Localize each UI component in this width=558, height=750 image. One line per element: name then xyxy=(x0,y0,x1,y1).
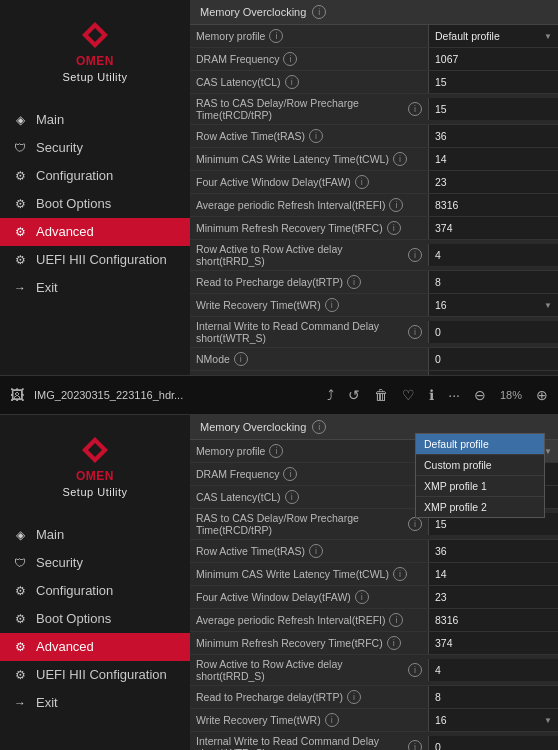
refi-value: 8316 xyxy=(428,194,558,216)
dropdown-opt-default[interactable]: Default profile xyxy=(416,434,544,455)
profile-label-b: Memory profile i xyxy=(190,441,428,461)
rcd-value: 15 xyxy=(428,98,558,120)
section-title-bottom: Memory Overclocking xyxy=(200,421,306,433)
row-rcd: RAS to CAS Delay/Row Precharge Time(tRCD… xyxy=(190,94,558,125)
section-info-icon-b[interactable]: i xyxy=(312,420,326,434)
rfc-value: 374 xyxy=(428,217,558,239)
twr-info[interactable]: i xyxy=(325,298,339,312)
zoom-in-icon[interactable]: ⊕ xyxy=(536,387,548,403)
boot-icon: ⚙ xyxy=(12,196,28,212)
rotate-icon[interactable]: ↺ xyxy=(348,387,360,403)
memory-profile-info-icon[interactable]: i xyxy=(269,29,283,43)
sidebar-item-boot-options[interactable]: ⚙ Boot Options xyxy=(0,190,190,218)
label-security-b: Security xyxy=(36,555,83,570)
profile-info-b[interactable]: i xyxy=(269,444,283,458)
share-icon[interactable]: ⤴ xyxy=(327,387,334,403)
main-content-top: Memory Overclocking i Memory profile i D… xyxy=(190,0,558,375)
dropdown-opt-xmp2[interactable]: XMP profile 2 xyxy=(416,497,544,517)
rrds-info[interactable]: i xyxy=(408,248,422,262)
rtp-value: 8 xyxy=(428,271,558,293)
row-ras: Row Active Time(tRAS) i 36 xyxy=(190,125,558,148)
twr-val-b[interactable]: 16 xyxy=(428,709,558,731)
twr-value[interactable]: 16 xyxy=(428,294,558,316)
ras-info-b[interactable]: i xyxy=(309,544,323,558)
cwl-val-b: 14 xyxy=(428,563,558,585)
sidebar-bottom-uefi[interactable]: ⚙ UEFI HII Configuration xyxy=(0,661,190,689)
rfc-info-b[interactable]: i xyxy=(387,636,401,650)
sidebar-label-boot-options: Boot Options xyxy=(36,196,111,211)
rcd-info[interactable]: i xyxy=(408,102,422,116)
dropdown-opt-xmp1[interactable]: XMP profile 1 xyxy=(416,476,544,497)
rtp-info-b[interactable]: i xyxy=(347,690,361,704)
refi-info-b[interactable]: i xyxy=(389,613,403,627)
sidebar-bottom-security[interactable]: 🛡 Security xyxy=(0,549,190,577)
dropdown-opt-custom[interactable]: Custom profile xyxy=(416,455,544,476)
row-cas: CAS Latency(tCL) i 15 xyxy=(190,71,558,94)
sidebar-item-advanced[interactable]: ⚙ Advanced xyxy=(0,218,190,246)
faw-info-b[interactable]: i xyxy=(355,590,369,604)
sidebar-label-main: Main xyxy=(36,112,64,127)
dram-info-b[interactable]: i xyxy=(283,467,297,481)
nmode-info[interactable]: i xyxy=(234,352,248,366)
sidebar-label-exit: Exit xyxy=(36,280,58,295)
section-info-icon[interactable]: i xyxy=(312,5,326,19)
wtrs-info-b[interactable]: i xyxy=(408,740,422,750)
rfc-info[interactable]: i xyxy=(387,221,401,235)
row-refi: Average periodic Refresh Interval(tREFI)… xyxy=(190,194,558,217)
sidebar-bottom-advanced[interactable]: ⚙ Advanced xyxy=(0,633,190,661)
wtrs-val-b: 0 xyxy=(428,736,558,750)
sidebar-item-configuration[interactable]: ⚙ Configuration xyxy=(0,162,190,190)
rrds-info-b[interactable]: i xyxy=(408,663,422,677)
sidebar-item-exit[interactable]: → Exit xyxy=(0,274,190,302)
cas-info-b[interactable]: i xyxy=(285,490,299,504)
sidebar-item-uefi[interactable]: ⚙ UEFI HII Configuration xyxy=(0,246,190,274)
sidebar-label-advanced: Advanced xyxy=(36,224,94,239)
info-circle-icon[interactable]: ℹ xyxy=(429,387,434,403)
zoom-level: 18% xyxy=(500,389,522,401)
ras-value: 36 xyxy=(428,125,558,147)
app-title-bottom: OMENSetup Utility xyxy=(62,469,127,499)
sidebar-bottom-boot[interactable]: ⚙ Boot Options xyxy=(0,605,190,633)
voltage-value[interactable]: 1.20 Volts xyxy=(428,371,558,375)
refi-info[interactable]: i xyxy=(389,198,403,212)
faw-info[interactable]: i xyxy=(355,175,369,189)
sidebar-item-security[interactable]: 🛡 Security xyxy=(0,134,190,162)
heart-icon[interactable]: ♡ xyxy=(402,387,415,403)
memory-profile-dropdown[interactable]: Default profile xyxy=(428,25,558,47)
cwl-info-b[interactable]: i xyxy=(393,567,407,581)
sidebar-item-main[interactable]: ◈ Main xyxy=(0,106,190,134)
row-nmode: NMode i 0 xyxy=(190,348,558,371)
sidebar-bottom-exit[interactable]: → Exit xyxy=(0,689,190,717)
zoom-out-icon[interactable]: ⊖ xyxy=(474,387,486,403)
sidebar-label-uefi: UEFI HII Configuration xyxy=(36,252,167,267)
sidebar-bottom-configuration[interactable]: ⚙ Configuration xyxy=(0,577,190,605)
ras-info[interactable]: i xyxy=(309,129,323,143)
more-icon[interactable]: ··· xyxy=(448,387,460,403)
delete-icon[interactable]: 🗑 xyxy=(374,387,388,403)
dram-info[interactable]: i xyxy=(283,52,297,66)
row-rfc: Minimum Refresh Recovery Time(tRFC) i 37… xyxy=(190,217,558,240)
row-cwl: Minimum CAS Write Latency Time(tCWL) i 1… xyxy=(190,148,558,171)
wtrs-value: 0 xyxy=(428,321,558,343)
advanced-icon-b: ⚙ xyxy=(12,639,28,655)
refi-val-b: 8316 xyxy=(428,609,558,631)
label-boot-b: Boot Options xyxy=(36,611,111,626)
twr-info-b[interactable]: i xyxy=(325,713,339,727)
dropdown-overlay[interactable]: Default profile Custom profile XMP profi… xyxy=(415,433,545,518)
settings-table-bottom: Memory profile i Default profile Default… xyxy=(190,440,558,750)
sidebar-nav: ◈ Main 🛡 Security ⚙ Configuration ⚙ Boot… xyxy=(0,106,190,302)
sidebar-bottom-main[interactable]: ◈ Main xyxy=(0,521,190,549)
rcd-info-b[interactable]: i xyxy=(408,517,422,531)
cwl-info[interactable]: i xyxy=(393,152,407,166)
row-rtp: Read to Precharge delay(tRTP) i 8 xyxy=(190,271,558,294)
main-icon: ◈ xyxy=(12,112,28,128)
row-rfc-b: Minimum Refresh Recovery Time(tRFC) i 37… xyxy=(190,632,558,655)
row-voltage: Memory Voltage i 1.20 Volts xyxy=(190,371,558,375)
cas-info[interactable]: i xyxy=(285,75,299,89)
row-dram-freq: DRAM Frequency i 1067 xyxy=(190,48,558,71)
row-refi-b: Average periodic Refresh Interval(tREFI)… xyxy=(190,609,558,632)
config-icon: ⚙ xyxy=(12,168,28,184)
wtrs-info[interactable]: i xyxy=(408,325,422,339)
rtp-info[interactable]: i xyxy=(347,275,361,289)
row-wtrs-b: Internal Write to Read Command Delay sho… xyxy=(190,732,558,750)
